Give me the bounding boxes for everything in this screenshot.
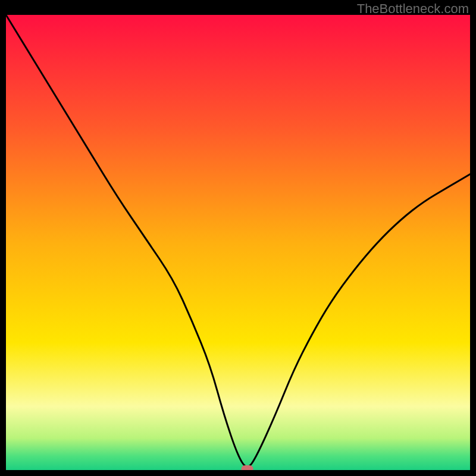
chart-container: TheBottleneck.com xyxy=(0,0,476,476)
plot-area xyxy=(6,15,470,470)
minimum-marker xyxy=(242,465,253,470)
chart-svg xyxy=(6,15,470,470)
watermark-text: TheBottleneck.com xyxy=(357,1,469,17)
gradient-background xyxy=(6,15,470,470)
